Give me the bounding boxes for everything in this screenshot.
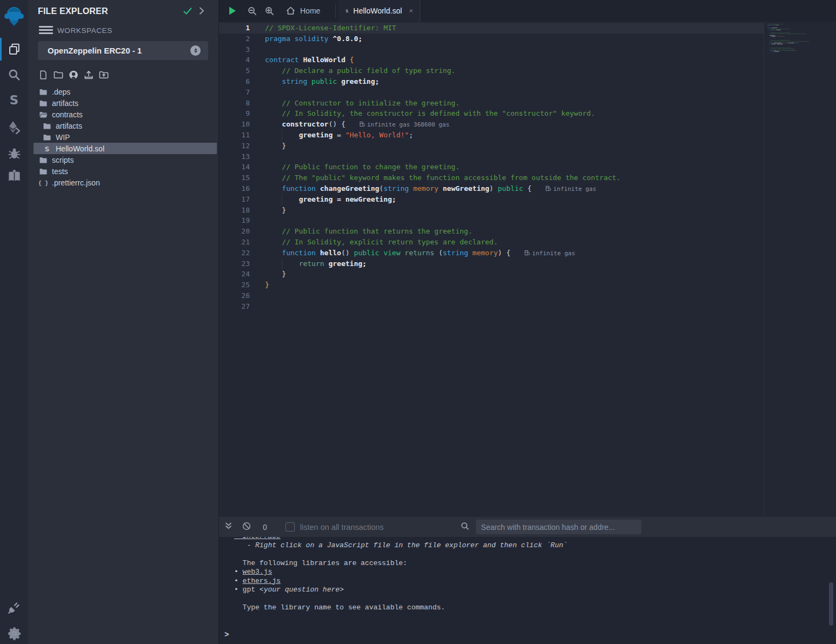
sidebar-item-plugin-manager[interactable] [0, 596, 28, 618]
code-line-13[interactable]: 13 [219, 151, 764, 162]
code-line-12[interactable]: 12 } [219, 141, 764, 151]
code-line-14[interactable]: 14 // Public function to change the gree… [219, 162, 764, 172]
plug-icon [7, 600, 22, 615]
code-line-9[interactable]: 9 // In Solidity, the constructor is def… [219, 108, 764, 119]
code-line-2[interactable]: 2pragma solidity ^0.8.0; [219, 34, 764, 44]
collapse-terminal-icon[interactable] [224, 522, 233, 532]
tree-item-label: contracts [52, 110, 83, 119]
code-line-11[interactable]: 11 greeting = "Hello, World!"; [219, 130, 764, 141]
code-line-6[interactable]: 6 string public greeting; [219, 76, 764, 87]
tree-item--deps[interactable]: .deps [28, 86, 219, 97]
remix-logo[interactable] [0, 3, 28, 29]
svg-text:S: S [44, 144, 49, 152]
code-line-24[interactable]: 24 } [219, 269, 764, 280]
code-line-5[interactable]: 5 // Declare a public field of type stri… [219, 65, 764, 76]
minimap[interactable]: // SPDX-License-Identifier: MITpragma so… [767, 23, 836, 57]
code-line-1[interactable]: 1// SPDX-License-Identifier: MIT [219, 23, 764, 34]
listen-transactions-checkbox[interactable] [286, 522, 295, 532]
code-line-7[interactable]: 7 [219, 87, 764, 98]
close-icon[interactable] [409, 8, 413, 14]
zoom-in-button[interactable] [262, 0, 276, 22]
tree-item-label: artifacts [52, 99, 78, 108]
code-line-23[interactable]: 23 return greeting; [219, 258, 764, 269]
gear-icon [7, 626, 22, 641]
terminal-line: • gpt <your question here> [234, 586, 836, 595]
new-folder-icon[interactable] [53, 69, 64, 80]
code-line-8[interactable]: 8 // Constructor to initialize the greet… [219, 98, 764, 109]
gas-estimate-annotation: infinite gas [525, 250, 575, 257]
code-editor[interactable]: 1// SPDX-License-Identifier: MIT2pragma … [219, 22, 836, 517]
workspaces-menu-icon[interactable] [39, 26, 53, 34]
tree-item-helloworld-sol[interactable]: SHelloWorld.sol [34, 143, 217, 154]
tab-helloworld-label: HelloWorld.sol [353, 6, 402, 15]
tab-helloworld[interactable]: S HelloWorld.sol [339, 0, 420, 22]
code-text: function hello() public view returns (st… [265, 249, 575, 257]
code-line-20[interactable]: 20 // Public function that returns the g… [219, 226, 764, 237]
code-text: } [265, 206, 286, 214]
upload-file-icon[interactable] [83, 69, 94, 80]
terminal-search-input[interactable] [476, 520, 641, 534]
line-number: 2 [219, 34, 250, 44]
tree-item-tests[interactable]: tests [28, 165, 219, 177]
terminal-line: interface [234, 537, 836, 541]
chevron-right-icon[interactable] [198, 6, 205, 17]
terminal-prompt[interactable]: > [224, 630, 229, 639]
gas-estimate-annotation: infinite gas [546, 185, 596, 192]
terminal-scrollbar[interactable] [829, 582, 833, 626]
line-number: 24 [219, 269, 250, 280]
tree-item-wip[interactable]: WIP [28, 131, 219, 143]
code-line-27[interactable]: 27 [219, 301, 764, 312]
tree-item-label: tests [52, 167, 68, 176]
code-line-3[interactable]: 3 [219, 44, 764, 55]
terminal-header: 0 listen on all transactions [219, 517, 836, 537]
terminal-line: The following libraries are accessible: [234, 559, 836, 568]
sidebar-item-search[interactable] [0, 64, 28, 85]
code-text: } [265, 281, 269, 289]
terminal-line: - Right click on a JavaScript file in th… [234, 541, 836, 550]
sidebar-item-file-explorer[interactable] [0, 38, 28, 59]
terminal-output[interactable]: interface - Right click on a JavaScript … [219, 537, 836, 644]
sidebar-item-debugger[interactable] [0, 142, 28, 164]
workspace-select[interactable]: OpenZeppelin ERC20 - 1 [38, 41, 208, 60]
code-line-10[interactable]: 10 constructor() {infinite gas 368600 ga… [219, 119, 764, 130]
code-text: // In Solidity, explicit return types ar… [265, 238, 497, 246]
code-line-25[interactable]: 25} [219, 280, 764, 290]
sidebar-item-deploy-run[interactable] [0, 116, 28, 138]
line-number: 12 [219, 141, 250, 151]
sidebar-item-settings[interactable] [0, 622, 28, 644]
code-text: contract HelloWorld { [265, 56, 354, 64]
sidebar-item-tutorials[interactable] [0, 165, 28, 187]
upload-folder-icon[interactable] [98, 69, 109, 80]
code-line-18[interactable]: 18 } [219, 205, 764, 216]
terminal-line: • web3.js [234, 568, 836, 577]
tree-item-artifacts[interactable]: artifacts [28, 120, 219, 131]
svg-text:S: S [346, 9, 348, 14]
code-line-16[interactable]: 16 function changeGreeting(string memory… [219, 183, 764, 194]
clear-console-icon[interactable] [242, 522, 251, 533]
tab-home[interactable]: Home [278, 0, 328, 22]
code-line-17[interactable]: 17 greeting = newGreeting; [219, 194, 764, 205]
tree-item--prettierrc-json[interactable]: { }.prettierrc.json [28, 177, 219, 188]
sidebar-item-solidity-compiler[interactable]: S S [0, 89, 28, 111]
tree-item-label: .deps [52, 88, 70, 96]
tree-item-artifacts[interactable]: artifacts [28, 97, 219, 109]
code-line-15[interactable]: 15 // The "public" keyword makes the fun… [219, 172, 764, 183]
workspace-sort-icon[interactable] [190, 45, 201, 56]
code-line-22[interactable]: 22 function hello() public view returns … [219, 248, 764, 258]
zoom-out-button[interactable] [245, 0, 259, 22]
tree-item-scripts[interactable]: scripts [28, 154, 219, 165]
new-file-icon[interactable] [38, 69, 49, 80]
tree-item-contracts[interactable]: contracts [28, 109, 219, 120]
code-line-21[interactable]: 21 // In Solidity, explicit return types… [219, 237, 764, 248]
clone-github-icon[interactable] [68, 69, 79, 80]
code-line-26[interactable]: 26 [219, 290, 764, 301]
folder-icon [43, 122, 51, 130]
code-line-4[interactable]: 4contract HelloWorld { [219, 55, 764, 65]
line-number: 20 [219, 226, 250, 237]
code-line-19[interactable]: 19 [219, 215, 764, 226]
transaction-count-badge: 0 [263, 523, 267, 532]
run-script-button[interactable] [225, 0, 240, 22]
checkmark-icon[interactable] [183, 7, 193, 18]
line-number: 10 [219, 119, 250, 130]
panel-title: FILE EXPLORER [38, 6, 108, 16]
